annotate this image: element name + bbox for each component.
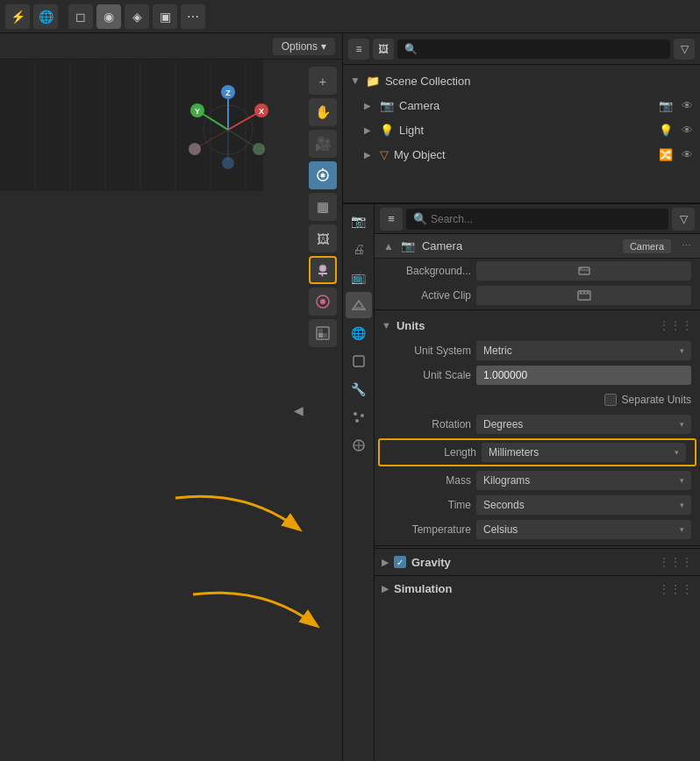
filter-btn[interactable]: ▽ — [672, 208, 695, 231]
object-vis-icon[interactable]: 👁 — [682, 148, 693, 161]
active-btn[interactable] — [309, 256, 337, 284]
camera-header-row: ▲ 📷 Camera Camera ⋯ — [375, 234, 700, 259]
time-value-btn[interactable]: Seconds ▾ — [476, 495, 691, 515]
svg-rect-56 — [318, 329, 323, 333]
outliner-search-wrap: 🔍 — [397, 39, 670, 59]
props-modifiers-btn[interactable]: 🔧 — [346, 376, 372, 402]
camera-arrow: ▶ — [364, 101, 375, 110]
rotation-value-btn[interactable]: Degrees ▾ — [476, 415, 691, 434]
props-physics-btn[interactable] — [346, 432, 372, 459]
props-particles-btn[interactable] — [346, 404, 372, 430]
rotation-value: Degrees — [483, 418, 523, 430]
camera-view-btn[interactable]: 🎥 — [309, 130, 337, 158]
props-output-btn[interactable]: 🖨 — [346, 236, 372, 262]
simulation-header[interactable]: ▶ Simulation ⋮⋮⋮ — [375, 575, 700, 601]
camera-row-icon: 📷 — [401, 239, 415, 252]
outliner-item-light[interactable]: ▶ 💡 Light 💡 👁 — [343, 117, 700, 142]
gravity-checkbox[interactable]: ✓ — [394, 556, 406, 568]
props-world-btn[interactable]: 🌐 — [346, 320, 372, 346]
gravity-header[interactable]: ▶ ✓ Gravity ⋮⋮⋮ — [375, 549, 700, 575]
viewport-right-sidebar: + ✋ 🎥 ▦ 🖼 — [304, 60, 342, 761]
props-scene-btn[interactable] — [346, 292, 372, 318]
props-render-btn[interactable]: 📷 — [346, 208, 372, 234]
panel-collapse-arrow[interactable]: ◀ — [294, 403, 304, 417]
svg-rect-59 — [323, 333, 327, 338]
time-chevron: ▾ — [680, 501, 684, 509]
search-input-wrap[interactable]: 🔍 — [406, 209, 668, 230]
viewport-shading-1[interactable]: ◻ — [68, 4, 93, 29]
mass-chevron: ▾ — [680, 476, 684, 485]
top-toolbar: ⚡ 🌐 ◻ ◉ ◈ ▣ ⋯ — [0, 0, 700, 33]
active-clip-label: Active Clip — [383, 289, 471, 302]
viewport-shading-2[interactable]: ◉ — [96, 4, 121, 29]
viewport-shading-5[interactable]: ⋯ — [181, 4, 205, 29]
light-arrow: ▶ — [364, 125, 375, 135]
length-chevron: ▾ — [675, 448, 679, 457]
mass-label: Mass — [383, 474, 471, 487]
camera-icon: 📷 — [380, 99, 394, 112]
viewport-canvas[interactable]: Z X Y — [0, 60, 342, 761]
grid-btn[interactable]: ▦ — [309, 193, 337, 221]
blender-logo-btn[interactable]: ⚡ — [5, 4, 30, 29]
viewport-topbar: Options ▾ — [0, 33, 342, 60]
mass-row: Mass Kilograms ▾ — [375, 468, 700, 493]
svg-point-62 — [354, 412, 357, 416]
object-arrow: ▶ — [364, 150, 375, 160]
light-vis-icon[interactable]: 👁 — [682, 124, 693, 137]
mass-value-btn[interactable]: Kilograms ▾ — [476, 471, 691, 490]
options-button[interactable]: Options ▾ — [273, 38, 335, 55]
temperature-chevron: ▾ — [680, 525, 684, 534]
temperature-value: Celsius — [483, 523, 518, 536]
scene-collection-row[interactable]: ▼ 📁 Scene Collection — [343, 68, 700, 93]
render-result-btn[interactable] — [309, 319, 337, 347]
svg-point-64 — [355, 419, 359, 423]
outliner-view-btn[interactable]: ≡ — [348, 39, 369, 60]
outliner-item-object[interactable]: ▶ ▽ My Object 🔀 👁 — [343, 142, 700, 167]
light-label: Light — [399, 124, 654, 137]
unit-system-value-btn[interactable]: Metric ▾ — [476, 341, 691, 360]
camera-extra-icon: 📷 — [659, 99, 673, 112]
svg-point-50 — [319, 265, 326, 272]
render-properties-btn[interactable] — [309, 161, 337, 189]
object-icon: ▽ — [380, 148, 389, 161]
image-btn[interactable]: 🖼 — [309, 224, 337, 252]
outliner-sort-btn[interactable]: ▽ — [674, 39, 695, 60]
properties-panel: 📷 🖨 📺 🌐 🔧 — [343, 204, 700, 761]
svg-point-63 — [361, 414, 364, 417]
scene-btn[interactable]: 🌐 — [33, 4, 58, 29]
viewport-shading-4[interactable]: ▣ — [153, 4, 177, 29]
outliner-item-camera[interactable]: ▶ 📷 Camera 📷 👁 — [343, 93, 700, 117]
props-menu-btn[interactable]: ≡ — [380, 208, 403, 231]
props-view-btn[interactable]: 📺 — [346, 264, 372, 290]
outliner-toolbar: ≡ 🖼 🔍 ▽ — [343, 33, 700, 65]
world-btn[interactable] — [309, 288, 337, 316]
scene-collection-label: Scene Collection — [385, 75, 471, 88]
zoom-in-btn[interactable]: + — [309, 67, 337, 95]
mass-value: Kilograms — [483, 474, 530, 487]
viewport-shading-3[interactable]: ◈ — [125, 4, 149, 29]
unit-scale-input[interactable]: 1.000000 — [476, 366, 691, 385]
camera-row-arrow[interactable]: ▲ — [383, 240, 394, 252]
camera-vis-icon[interactable]: 👁 — [682, 99, 693, 112]
units-section-title: Units — [396, 319, 425, 332]
unit-system-chevron: ▾ — [680, 346, 684, 355]
units-section-header[interactable]: ▼ Units ⋮⋮⋮ — [375, 312, 700, 338]
grid-svg — [0, 60, 263, 191]
camera-row-extra: ⋯ — [682, 240, 691, 252]
search-input[interactable] — [431, 213, 661, 225]
rotation-chevron: ▾ — [680, 420, 684, 429]
props-object-btn[interactable] — [346, 348, 372, 374]
grab-btn[interactable]: ✋ — [309, 98, 337, 126]
search-icon: 🔍 — [413, 212, 427, 225]
active-clip-value-btn[interactable] — [476, 286, 691, 305]
camera-row-value[interactable]: Camera — [623, 239, 671, 253]
length-value-btn[interactable]: Millimeters ▾ — [482, 443, 686, 462]
temperature-label: Temperature — [383, 523, 471, 536]
separate-units-row: Separate Units — [375, 388, 700, 412]
outliner-filter-btn[interactable]: 🖼 — [373, 39, 394, 60]
separate-units-checkbox[interactable] — [604, 394, 617, 406]
background-row: Background... — [375, 259, 700, 283]
background-value-btn[interactable] — [476, 261, 691, 281]
temperature-value-btn[interactable]: Celsius ▾ — [476, 520, 691, 539]
background-label: Background... — [383, 265, 471, 277]
